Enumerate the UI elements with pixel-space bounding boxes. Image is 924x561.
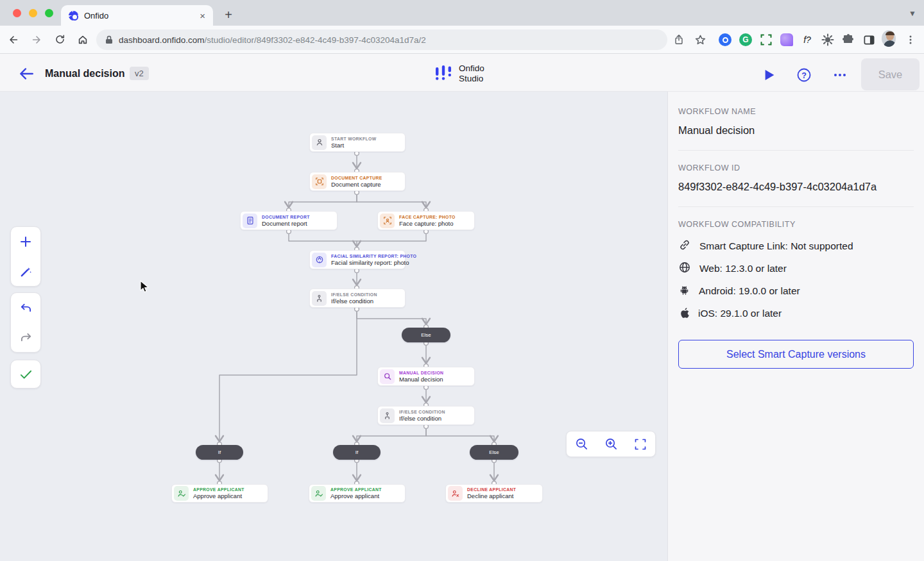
tab-search-chevron-icon[interactable]: ▼ (909, 9, 916, 18)
node-type-label: DOCUMENT CAPTURE (331, 176, 382, 180)
reload-icon[interactable] (50, 30, 69, 49)
onfido-studio-logo: OnfidoStudio (435, 63, 484, 84)
link-icon (678, 239, 691, 254)
back-button[interactable] (18, 66, 36, 83)
branch-pill-if-left[interactable]: If (196, 445, 243, 460)
minimize-window-button[interactable] (29, 9, 37, 17)
android-icon (678, 284, 690, 299)
tab-title: Onfido (84, 11, 200, 21)
browser-menu-dots-icon[interactable] (903, 33, 918, 47)
node-type-label: FACIAL SIMILARITY REPORT: PHOTO (331, 254, 405, 258)
node-document-report[interactable]: DOCUMENT REPORTDocument report (240, 211, 338, 230)
new-tab-button[interactable]: + (221, 8, 236, 22)
purple-extension-icon[interactable] (780, 33, 794, 47)
node-type-label: DECLINE APPLICANT (467, 487, 516, 492)
maximize-window-button[interactable] (45, 9, 53, 17)
history-tools-card (10, 292, 41, 353)
save-button[interactable]: Save (861, 58, 920, 90)
compatibility-row: Web: 12.3.0 or later (678, 262, 914, 276)
node-start[interactable]: START WORKFLOWStart (309, 133, 406, 152)
fit-view-button[interactable] (631, 435, 650, 454)
extensions-puzzle-icon[interactable] (841, 33, 855, 47)
redo-button[interactable] (10, 322, 41, 352)
node-document-capture[interactable]: DOCUMENT CAPTUREDocument capture (309, 172, 406, 191)
forward-nav-icon[interactable] (27, 30, 46, 49)
node-approve-mid[interactable]: APPROVE APPLICANTApprove applicant (309, 484, 406, 503)
help-icon[interactable]: ? (796, 67, 812, 83)
branch-pill-else-right[interactable]: Else (470, 445, 518, 460)
search-icon (380, 369, 395, 384)
node-face-capture[interactable]: FACE CAPTURE: PHOTOFace capture: photo (377, 211, 475, 230)
run-workflow-play-icon[interactable] (761, 67, 778, 83)
settings-sun-extension-icon[interactable] (821, 33, 835, 47)
onepassword-extension-icon[interactable] (718, 33, 732, 47)
share-icon[interactable] (671, 32, 687, 47)
node-type-label: START WORKFLOW (331, 137, 376, 141)
zoom-out-button[interactable] (572, 435, 591, 454)
back-nav-icon[interactable] (4, 30, 23, 49)
fonts-extension-icon[interactable]: f? (800, 33, 814, 47)
compatibility-text: Web: 12.3.0 or later (699, 263, 787, 274)
add-node-button[interactable] (10, 227, 41, 256)
node-title: If/else condition (399, 415, 445, 422)
address-bar[interactable]: dashboard.onfido.com/studio/editor/849f3… (96, 29, 667, 50)
grammarly-extension-icon[interactable]: G (739, 33, 753, 47)
mouse-cursor (140, 280, 151, 293)
node-type-label: IF/ELSE CONDITION (331, 292, 377, 297)
onfido-favicon (69, 11, 78, 21)
compatibility-text: Android: 19.0.0 or later (699, 285, 800, 297)
branch-pill-else-top[interactable]: Else (402, 328, 450, 342)
profile-avatar[interactable] (882, 31, 896, 46)
url-domain: dashboard.onfido.com (119, 35, 205, 45)
node-type-label: FACE CAPTURE: PHOTO (399, 215, 456, 219)
svg-text:?: ? (801, 71, 807, 80)
node-manual-decision[interactable]: MANUAL DECISIONManual decision (377, 367, 475, 386)
zoom-in-button[interactable] (601, 435, 620, 454)
node-type-label: MANUAL DECISION (399, 371, 443, 375)
node-type-label: APPROVE APPLICANT (330, 487, 382, 492)
node-title: Face capture: photo (399, 220, 456, 227)
node-approve-left[interactable]: APPROVE APPLICANTApprove applicant (171, 484, 268, 503)
node-title: Approve applicant (330, 492, 382, 499)
node-title: If/else condition (331, 297, 377, 305)
version-badge: v2 (130, 67, 149, 80)
user-check-icon (311, 486, 326, 501)
workflow-id-label: WORKFLOW ID (678, 163, 914, 172)
node-title: Document capture (331, 181, 382, 188)
node-if-else-1[interactable]: IF/ELSE CONDITIONIf/else condition (309, 289, 406, 308)
close-window-button[interactable] (13, 9, 21, 17)
workflow-name-value: Manual decision (678, 124, 914, 137)
divider (678, 150, 914, 151)
lock-icon (105, 35, 113, 44)
studio-logo-icon (435, 65, 452, 83)
tab-close-icon[interactable]: × (200, 10, 205, 21)
node-title: Start (331, 142, 376, 149)
url-path: /studio/editor/849f3302-e842-4c49-b397-4… (205, 35, 426, 45)
workflow-title: Manual decision (45, 68, 124, 80)
bookmark-star-icon[interactable] (692, 32, 708, 47)
undo-button[interactable] (10, 293, 41, 322)
branch-pill-if-mid[interactable]: If (333, 445, 381, 460)
magic-wand-button[interactable] (10, 256, 41, 286)
node-title: Facial similarity report: photo (331, 259, 405, 266)
node-if-else-2[interactable]: IF/ELSE CONDITIONIf/else condition (377, 406, 475, 425)
browser-tab[interactable]: Onfido × (61, 5, 213, 26)
user-check-icon (174, 486, 189, 501)
home-icon[interactable] (73, 30, 92, 49)
face-scan-icon (380, 214, 395, 228)
select-smart-capture-versions-button[interactable]: Select Smart Capture versions (678, 340, 914, 369)
workflow-canvas[interactable]: START WORKFLOWStartDOCUMENT CAPTUREDocum… (0, 92, 668, 561)
node-decline[interactable]: DECLINE APPLICANTDecline applicant (445, 484, 543, 503)
side-panel-icon[interactable] (862, 33, 876, 47)
validation-check-icon[interactable] (10, 360, 41, 388)
screen-capture-extension-icon[interactable] (759, 33, 773, 47)
similarity-icon (312, 253, 327, 267)
workflow-details-panel: WORKFLOW NAME Manual decision WORKFLOW I… (668, 92, 924, 561)
node-type-label: IF/ELSE CONDITION (399, 410, 445, 414)
node-facial-similarity[interactable]: FACIAL SIMILARITY REPORT: PHOTOFacial si… (309, 250, 406, 269)
divider (678, 206, 914, 207)
node-tools-card (10, 226, 41, 287)
branch-icon (380, 408, 395, 423)
more-options-icon[interactable] (832, 67, 848, 83)
workflow-name-label: WORKFLOW NAME (678, 107, 914, 116)
